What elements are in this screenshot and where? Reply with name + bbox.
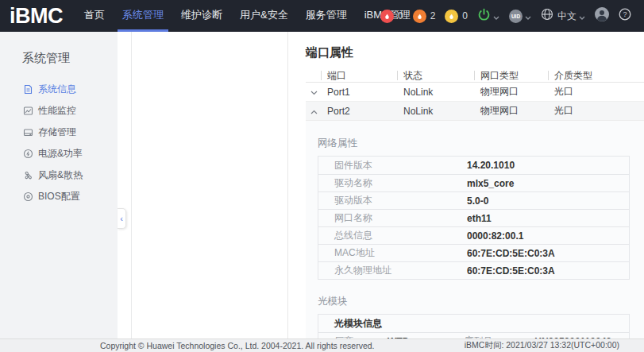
- major-alarm-icon: [413, 10, 426, 23]
- network-props-table: 固件版本 14.20.1010 驱动名称 mlx5_core 驱动版本 5.0-…: [318, 156, 630, 280]
- sidebar-item-bios-config[interactable]: BIOS配置: [0, 186, 118, 207]
- language-selector[interactable]: 中文: [541, 8, 585, 24]
- main-nav: 首页 系统管理 维护诊断 用户&安全 服务管理 iBMC管理: [75, 0, 418, 32]
- optical-module-info-label: 光模块信息: [318, 317, 382, 331]
- port2-details: 网络属性 固件版本 14.20.1010 驱动名称 mlx5_core 驱动版本…: [306, 121, 644, 338]
- page-title: 端口属性: [306, 45, 644, 60]
- collapse-icon: [310, 106, 318, 117]
- expand-icon: [310, 87, 318, 98]
- nav-home[interactable]: 首页: [79, 0, 110, 32]
- uid-indicator-menu[interactable]: UID: [509, 9, 531, 23]
- main-content: 端口属性 端口 状态 网口类型 介质类型 Port1 NoLink 物理网口 光…: [287, 32, 644, 338]
- minor-alarm-icon: [445, 10, 458, 23]
- port-status: NoLink: [397, 87, 433, 98]
- chevron-down-icon: [579, 9, 585, 23]
- secondary-panel: [132, 32, 287, 338]
- table-row: 驱动名称 mlx5_core: [318, 174, 629, 191]
- help-icon: ?: [619, 8, 631, 24]
- sidebar-item-fan-cooling[interactable]: 风扇&散热: [0, 164, 118, 186]
- column-header-port: 端口: [321, 71, 346, 80]
- language-label: 中文: [557, 10, 577, 23]
- port-name: Port1: [321, 87, 350, 98]
- major-alarm-button[interactable]: 2: [413, 10, 436, 23]
- gear-icon: [23, 191, 33, 202]
- nav-maintenance-diagnosis[interactable]: 维护诊断: [176, 0, 227, 32]
- optical-module-table: 光模块信息 厂商 WTD 序列号 HN205200110043: [318, 314, 630, 338]
- table-row: 永久物理地址 60:7E:CD:5E:C0:3A: [318, 261, 629, 279]
- power-control-menu[interactable]: [477, 8, 499, 25]
- column-header-media-type: 介质类型: [548, 71, 592, 80]
- port-table-header: 端口 状态 网口类型 介质类型: [306, 69, 644, 83]
- port-net-type: 物理网口: [474, 105, 519, 116]
- footer: Copyright © Huawei Technologies Co., Ltd…: [0, 338, 644, 352]
- minor-alarm-button[interactable]: 0: [445, 10, 468, 23]
- help-button[interactable]: ?: [619, 8, 631, 24]
- header-right-tools: 0 2 0: [380, 0, 631, 32]
- port-media-type: 光口: [548, 86, 573, 97]
- column-header-net-type: 网口类型: [474, 71, 519, 80]
- table-row: MAC地址 60:7E:CD:5E:C0:3A: [318, 244, 629, 261]
- optical-module-title: 光模块: [318, 295, 644, 308]
- table-row: 网口名称 eth11: [318, 209, 629, 226]
- ibmc-logo: iBMC: [10, 0, 63, 32]
- storage-icon: [23, 127, 33, 137]
- uid-icon: UID: [509, 10, 523, 23]
- sidebar-item-storage[interactable]: 存储管理: [0, 122, 118, 143]
- nav-system-management[interactable]: 系统管理: [118, 0, 168, 32]
- major-alarm-count: 2: [430, 10, 436, 21]
- port-row-port1[interactable]: Port1 NoLink 物理网口 光口: [306, 83, 644, 102]
- ibmc-page: iBMC 首页 系统管理 维护诊断 用户&安全 服务管理 iBMC管理 0 2: [0, 0, 644, 352]
- minor-alarm-count: 0: [462, 10, 468, 21]
- sidebar-item-performance[interactable]: 性能监控: [0, 100, 118, 122]
- chevron-down-icon: [493, 9, 499, 23]
- critical-alarm-button[interactable]: 0: [380, 10, 403, 23]
- table-row: 驱动版本 5.0-0: [318, 191, 629, 209]
- network-props-title: 网络属性: [318, 137, 644, 150]
- top-header: iBMC 首页 系统管理 维护诊断 用户&安全 服务管理 iBMC管理 0 2: [0, 0, 644, 32]
- power-icon: [477, 8, 491, 25]
- globe-icon: [541, 8, 553, 24]
- table-row: 总线信息 0000:82:00.1: [318, 226, 629, 244]
- sidebar-item-label: 电源&功率: [38, 147, 83, 161]
- user-menu[interactable]: [595, 7, 609, 25]
- avatar: [595, 7, 609, 25]
- table-subheader-row: 光模块信息: [318, 315, 629, 332]
- sidebar-item-system-info[interactable]: 系统信息: [0, 79, 118, 100]
- line-chart-icon: [23, 106, 33, 116]
- ibmc-time: iBMC时间: 2021/03/27 13:32(UTC+00:00): [465, 340, 619, 351]
- sidebar: 系统管理 系统信息 性能监控: [0, 32, 118, 338]
- fan-icon: [23, 170, 33, 180]
- document-icon: [23, 84, 33, 95]
- sidebar-item-label: BIOS配置: [38, 190, 80, 203]
- chevron-down-icon: [525, 9, 531, 23]
- port-table: 端口 状态 网口类型 介质类型 Port1 NoLink 物理网口 光口: [306, 69, 644, 121]
- power-wattage-icon: [23, 149, 33, 159]
- port-row-port2[interactable]: Port2 NoLink 物理网口 光口: [306, 102, 644, 121]
- table-row: 厂商 WTD 序列号 HN205200110043: [318, 332, 629, 338]
- port-status: NoLink: [397, 106, 433, 117]
- table-row: 固件版本 14.20.1010: [318, 157, 629, 174]
- port-net-type: 物理网口: [474, 86, 519, 97]
- port-media-type: 光口: [548, 105, 573, 116]
- nav-service-management[interactable]: 服务管理: [301, 0, 352, 32]
- sidebar-collapse-button[interactable]: ‹: [118, 208, 126, 229]
- port-name: Port2: [321, 106, 350, 117]
- nav-user-security[interactable]: 用户&安全: [235, 0, 293, 32]
- sidebar-item-label: 风扇&散热: [38, 168, 83, 182]
- sidebar-title: 系统管理: [0, 32, 118, 66]
- column-header-status: 状态: [397, 71, 422, 80]
- critical-alarm-icon: [380, 10, 394, 23]
- sidebar-item-label: 系统信息: [38, 83, 76, 96]
- sidebar-menu: 系统信息 性能监控 存储管理: [0, 79, 118, 207]
- critical-alarm-count: 0: [398, 10, 403, 21]
- svg-text:?: ?: [623, 10, 627, 18]
- sidebar-item-label: 存储管理: [38, 126, 76, 139]
- sidebar-item-power[interactable]: 电源&功率: [0, 143, 118, 164]
- sidebar-item-label: 性能监控: [38, 104, 76, 118]
- copyright-text: Copyright © Huawei Technologies Co., Ltd…: [100, 341, 375, 350]
